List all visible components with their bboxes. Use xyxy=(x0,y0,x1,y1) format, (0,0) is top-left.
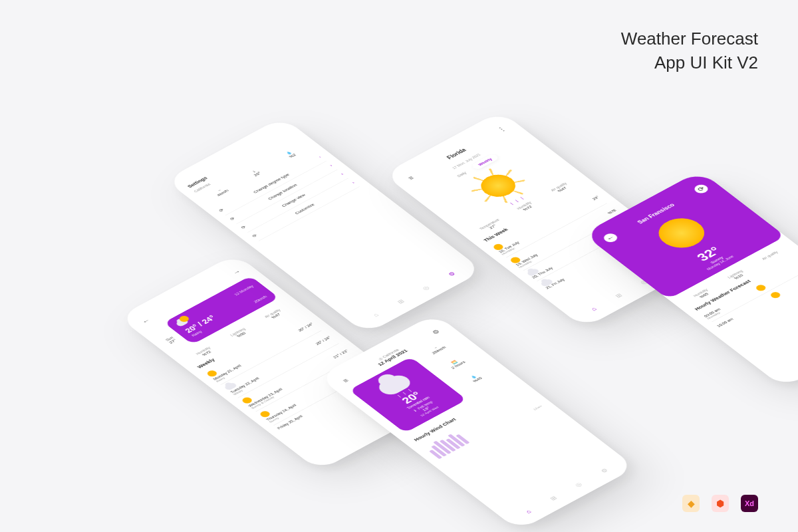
title-line-1: Weather Forecast xyxy=(621,29,758,49)
sketch-icon: ◆ xyxy=(682,495,700,512)
nav-home-icon[interactable]: ⌂ xyxy=(371,312,380,318)
nav-grid-icon[interactable]: ⊞ xyxy=(396,299,406,305)
menu-icon[interactable]: ≡ xyxy=(402,172,420,184)
nav-location-icon[interactable]: ◎ xyxy=(421,285,432,292)
tool-icons: ◆ ⬢ Xd xyxy=(682,495,758,512)
title-line-2: App UI Kit V2 xyxy=(654,53,758,72)
refresh-icon[interactable]: ⟳ xyxy=(692,183,710,195)
bottom-nav: ⌂ ⊞ ◎ ⚙ xyxy=(502,455,632,527)
nav-home-icon[interactable]: ⌂ xyxy=(524,509,533,515)
xd-icon: Xd xyxy=(741,495,758,512)
chevron-right-icon: › xyxy=(329,164,334,167)
chevron-right-icon: › xyxy=(351,181,356,184)
nav-location-icon[interactable]: ◎ xyxy=(573,481,584,489)
sun-icon xyxy=(755,283,768,292)
product-title: Weather Forecast App UI Kit V2 xyxy=(621,27,758,75)
settings-icon[interactable]: ⚙ xyxy=(427,326,446,338)
nav-settings-icon[interactable]: ⚙ xyxy=(599,467,610,475)
nav-grid-icon[interactable]: ⊞ xyxy=(548,495,558,501)
nav-settings-icon[interactable]: ⚙ xyxy=(446,271,457,278)
more-icon[interactable]: ⋮ xyxy=(492,123,511,135)
back-icon[interactable]: ← xyxy=(137,315,156,327)
nav-grid-icon[interactable]: ⊞ xyxy=(613,293,623,299)
location-title: Florida xyxy=(446,147,467,160)
forward-icon[interactable]: → xyxy=(227,266,246,278)
figma-icon: ⬢ xyxy=(712,495,729,512)
nav-home-icon[interactable]: ⌂ xyxy=(589,306,598,312)
sun-icon xyxy=(769,291,782,300)
chevron-right-icon: › xyxy=(317,156,323,159)
chevron-right-icon: › xyxy=(340,172,345,176)
bottom-nav: ⌂ ⊞ ◎ ⚙ xyxy=(350,258,479,331)
